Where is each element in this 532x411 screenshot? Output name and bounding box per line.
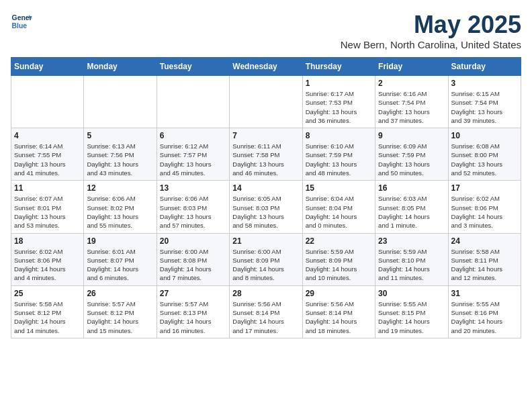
day-cell: 10Sunrise: 6:08 AMSunset: 8:00 PMDayligh…: [448, 128, 521, 181]
day-number: 30: [378, 289, 445, 298]
day-number: 10: [451, 131, 518, 140]
day-info: Sunrise: 6:06 AMSunset: 8:03 PMDaylight:…: [160, 194, 226, 230]
day-cell: [11, 76, 84, 128]
day-cell: 15Sunrise: 6:04 AMSunset: 8:04 PMDayligh…: [302, 181, 375, 233]
day-cell: 14Sunrise: 6:05 AMSunset: 8:03 PMDayligh…: [230, 181, 302, 233]
day-cell: 22Sunrise: 5:59 AMSunset: 8:09 PMDayligh…: [302, 233, 375, 285]
day-number: 17: [451, 183, 518, 193]
week-row-2: 4Sunrise: 6:14 AMSunset: 7:55 PMDaylight…: [11, 128, 521, 181]
day-cell: 13Sunrise: 6:06 AMSunset: 8:03 PMDayligh…: [157, 181, 229, 233]
day-cell: 31Sunrise: 5:55 AMSunset: 8:16 PMDayligh…: [448, 285, 521, 338]
day-cell: 25Sunrise: 5:58 AMSunset: 8:12 PMDayligh…: [11, 285, 84, 338]
day-number: 29: [306, 289, 372, 298]
day-number: 3: [451, 79, 518, 88]
day-cell: 16Sunrise: 6:03 AMSunset: 8:05 PMDayligh…: [375, 181, 448, 233]
day-number: 31: [451, 289, 518, 298]
day-info: Sunrise: 6:05 AMSunset: 8:03 PMDaylight:…: [232, 194, 299, 230]
day-info: Sunrise: 6:14 AMSunset: 7:55 PMDaylight:…: [14, 142, 81, 177]
day-number: 5: [87, 131, 153, 140]
day-number: 16: [378, 183, 445, 193]
day-info: Sunrise: 6:08 AMSunset: 8:00 PMDaylight:…: [451, 142, 518, 177]
day-info: Sunrise: 6:03 AMSunset: 8:05 PMDaylight:…: [378, 194, 445, 230]
calendar-title: May 2025: [341, 11, 521, 39]
day-number: 24: [451, 236, 518, 246]
calendar-table: SundayMondayTuesdayWednesdayThursdayFrid…: [11, 57, 521, 338]
day-cell: 18Sunrise: 6:02 AMSunset: 8:06 PMDayligh…: [11, 233, 84, 285]
day-number: 1: [306, 79, 372, 88]
weekday-header-row: SundayMondayTuesdayWednesdayThursdayFrid…: [11, 58, 521, 76]
day-number: 18: [14, 236, 81, 246]
day-info: Sunrise: 6:02 AMSunset: 8:06 PMDaylight:…: [14, 247, 81, 283]
logo: General Blue: [11, 11, 32, 32]
day-info: Sunrise: 6:16 AMSunset: 7:54 PMDaylight:…: [378, 89, 445, 125]
day-cell: 29Sunrise: 5:56 AMSunset: 8:14 PMDayligh…: [302, 285, 375, 338]
weekday-header-thursday: Thursday: [302, 58, 375, 76]
day-cell: [84, 76, 157, 128]
day-info: Sunrise: 6:15 AMSunset: 7:54 PMDaylight:…: [451, 89, 518, 125]
day-cell: 7Sunrise: 6:11 AMSunset: 7:58 PMDaylight…: [230, 128, 302, 181]
day-number: 2: [378, 79, 445, 88]
day-cell: 9Sunrise: 6:09 AMSunset: 7:59 PMDaylight…: [375, 128, 448, 181]
day-info: Sunrise: 5:57 AMSunset: 8:12 PMDaylight:…: [87, 300, 153, 335]
day-info: Sunrise: 5:59 AMSunset: 8:09 PMDaylight:…: [306, 247, 372, 283]
day-number: 27: [160, 289, 226, 298]
day-info: Sunrise: 5:58 AMSunset: 8:12 PMDaylight:…: [14, 300, 81, 335]
day-number: 25: [14, 289, 81, 298]
day-cell: 27Sunrise: 5:57 AMSunset: 8:13 PMDayligh…: [157, 285, 229, 338]
day-cell: 21Sunrise: 6:00 AMSunset: 8:09 PMDayligh…: [230, 233, 302, 285]
day-number: 12: [87, 183, 153, 193]
day-info: Sunrise: 5:55 AMSunset: 8:16 PMDaylight:…: [451, 300, 518, 335]
day-info: Sunrise: 5:58 AMSunset: 8:11 PMDaylight:…: [451, 247, 518, 283]
weekday-header-saturday: Saturday: [448, 58, 521, 76]
day-number: 19: [87, 236, 153, 246]
week-row-1: 1Sunrise: 6:17 AMSunset: 7:53 PMDaylight…: [11, 76, 521, 128]
svg-text:Blue: Blue: [12, 22, 28, 30]
day-number: 22: [306, 236, 372, 246]
week-row-4: 18Sunrise: 6:02 AMSunset: 8:06 PMDayligh…: [11, 233, 521, 285]
day-cell: 26Sunrise: 5:57 AMSunset: 8:12 PMDayligh…: [84, 285, 157, 338]
weekday-header-wednesday: Wednesday: [230, 58, 302, 76]
day-number: 4: [14, 131, 81, 140]
day-cell: 19Sunrise: 6:01 AMSunset: 8:07 PMDayligh…: [84, 233, 157, 285]
day-info: Sunrise: 5:56 AMSunset: 8:14 PMDaylight:…: [306, 300, 372, 335]
header: General Blue May 2025 New Bern, North Ca…: [11, 11, 521, 50]
week-row-5: 25Sunrise: 5:58 AMSunset: 8:12 PMDayligh…: [11, 285, 521, 338]
day-number: 20: [160, 236, 226, 246]
day-info: Sunrise: 6:17 AMSunset: 7:53 PMDaylight:…: [306, 89, 372, 125]
day-number: 23: [378, 236, 445, 246]
day-number: 7: [232, 131, 299, 140]
day-cell: 24Sunrise: 5:58 AMSunset: 8:11 PMDayligh…: [448, 233, 521, 285]
day-cell: 17Sunrise: 6:02 AMSunset: 8:06 PMDayligh…: [448, 181, 521, 233]
weekday-header-sunday: Sunday: [11, 58, 84, 76]
day-info: Sunrise: 6:09 AMSunset: 7:59 PMDaylight:…: [378, 142, 445, 177]
day-info: Sunrise: 6:06 AMSunset: 8:02 PMDaylight:…: [87, 194, 153, 230]
day-info: Sunrise: 5:56 AMSunset: 8:14 PMDaylight:…: [232, 300, 299, 335]
day-number: 14: [232, 183, 299, 193]
day-info: Sunrise: 6:13 AMSunset: 7:56 PMDaylight:…: [87, 142, 153, 177]
day-number: 28: [232, 289, 299, 298]
day-cell: 1Sunrise: 6:17 AMSunset: 7:53 PMDaylight…: [302, 76, 375, 128]
day-cell: 4Sunrise: 6:14 AMSunset: 7:55 PMDaylight…: [11, 128, 84, 181]
day-cell: 2Sunrise: 6:16 AMSunset: 7:54 PMDaylight…: [375, 76, 448, 128]
day-info: Sunrise: 6:07 AMSunset: 8:01 PMDaylight:…: [14, 194, 81, 230]
weekday-header-monday: Monday: [84, 58, 157, 76]
day-number: 15: [306, 183, 372, 193]
day-info: Sunrise: 6:04 AMSunset: 8:04 PMDaylight:…: [306, 194, 372, 230]
day-number: 9: [378, 131, 445, 140]
day-cell: 6Sunrise: 6:12 AMSunset: 7:57 PMDaylight…: [157, 128, 229, 181]
day-info: Sunrise: 5:55 AMSunset: 8:15 PMDaylight:…: [378, 300, 445, 335]
day-cell: 12Sunrise: 6:06 AMSunset: 8:02 PMDayligh…: [84, 181, 157, 233]
weekday-header-friday: Friday: [375, 58, 448, 76]
day-cell: 28Sunrise: 5:56 AMSunset: 8:14 PMDayligh…: [230, 285, 302, 338]
day-info: Sunrise: 6:00 AMSunset: 8:09 PMDaylight:…: [232, 247, 299, 283]
day-cell: 11Sunrise: 6:07 AMSunset: 8:01 PMDayligh…: [11, 181, 84, 233]
day-number: 13: [160, 183, 226, 193]
day-cell: 20Sunrise: 6:00 AMSunset: 8:08 PMDayligh…: [157, 233, 229, 285]
day-info: Sunrise: 6:00 AMSunset: 8:08 PMDaylight:…: [160, 247, 226, 283]
day-number: 6: [160, 131, 226, 140]
day-cell: 8Sunrise: 6:10 AMSunset: 7:59 PMDaylight…: [302, 128, 375, 181]
day-number: 21: [232, 236, 299, 246]
day-info: Sunrise: 6:12 AMSunset: 7:57 PMDaylight:…: [160, 142, 226, 177]
day-cell: 30Sunrise: 5:55 AMSunset: 8:15 PMDayligh…: [375, 285, 448, 338]
week-row-3: 11Sunrise: 6:07 AMSunset: 8:01 PMDayligh…: [11, 181, 521, 233]
